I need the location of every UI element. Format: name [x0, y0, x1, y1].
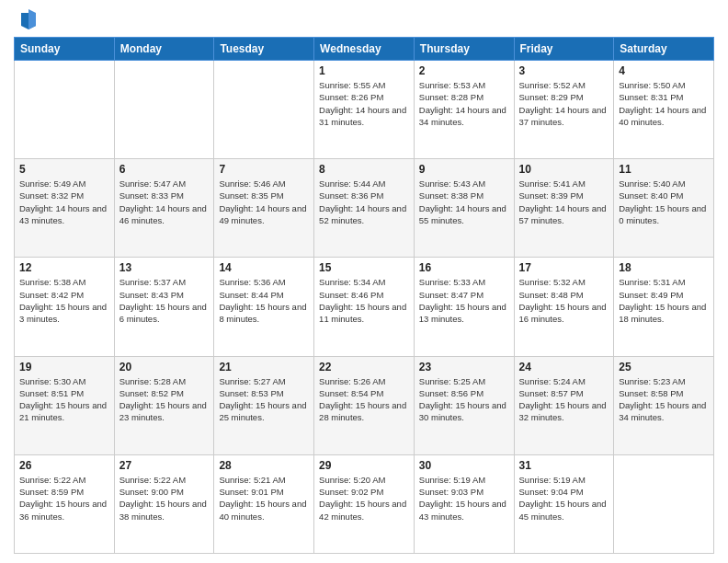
calendar-day-header: Friday	[514, 38, 614, 61]
calendar-day-cell	[614, 454, 714, 553]
calendar-day-header: Tuesday	[214, 38, 314, 61]
calendar-day-cell: 22Sunrise: 5:26 AM Sunset: 8:54 PM Dayli…	[314, 356, 415, 454]
day-info: Sunrise: 5:37 AM Sunset: 8:43 PM Dayligh…	[119, 276, 210, 325]
header	[14, 9, 714, 29]
day-info: Sunrise: 5:53 AM Sunset: 8:28 PM Dayligh…	[419, 79, 509, 128]
calendar-table: SundayMondayTuesdayWednesdayThursdayFrid…	[14, 37, 714, 554]
calendar-day-cell: 24Sunrise: 5:24 AM Sunset: 8:57 PM Dayli…	[514, 356, 614, 454]
calendar-day-cell	[114, 61, 214, 159]
calendar-day-cell: 23Sunrise: 5:25 AM Sunset: 8:56 PM Dayli…	[414, 356, 514, 454]
day-info: Sunrise: 5:40 AM Sunset: 8:40 PM Dayligh…	[619, 178, 709, 226]
day-info: Sunrise: 5:22 AM Sunset: 9:00 PM Dayligh…	[119, 474, 210, 523]
day-info: Sunrise: 5:33 AM Sunset: 8:47 PM Dayligh…	[419, 276, 509, 325]
day-info: Sunrise: 5:36 AM Sunset: 8:44 PM Dayligh…	[219, 276, 309, 325]
day-number: 7	[219, 163, 309, 176]
day-info: Sunrise: 5:44 AM Sunset: 8:36 PM Dayligh…	[319, 178, 409, 226]
day-number: 5	[19, 163, 109, 176]
calendar-day-cell: 6Sunrise: 5:47 AM Sunset: 8:33 PM Daylig…	[114, 159, 214, 258]
day-info: Sunrise: 5:22 AM Sunset: 8:59 PM Dayligh…	[19, 474, 109, 523]
day-number: 23	[419, 361, 509, 373]
calendar-day-cell: 30Sunrise: 5:19 AM Sunset: 9:03 PM Dayli…	[414, 454, 514, 553]
calendar-day-cell: 1Sunrise: 5:55 AM Sunset: 8:26 PM Daylig…	[314, 61, 415, 159]
calendar-day-cell: 17Sunrise: 5:32 AM Sunset: 8:48 PM Dayli…	[514, 258, 614, 356]
day-number: 9	[419, 163, 509, 176]
day-info: Sunrise: 5:47 AM Sunset: 8:33 PM Dayligh…	[119, 178, 210, 226]
logo-icon	[19, 9, 38, 29]
calendar-day-cell	[15, 61, 115, 159]
svg-marker-1	[28, 9, 36, 29]
day-info: Sunrise: 5:50 AM Sunset: 8:31 PM Dayligh…	[619, 79, 709, 128]
logo	[14, 9, 38, 29]
calendar-day-cell: 8Sunrise: 5:44 AM Sunset: 8:36 PM Daylig…	[314, 159, 415, 258]
calendar-day-cell: 31Sunrise: 5:19 AM Sunset: 9:04 PM Dayli…	[514, 454, 614, 553]
day-info: Sunrise: 5:19 AM Sunset: 9:04 PM Dayligh…	[519, 474, 609, 523]
day-number: 12	[19, 261, 109, 274]
day-number: 1	[319, 64, 409, 77]
calendar-week-row: 1Sunrise: 5:55 AM Sunset: 8:26 PM Daylig…	[15, 61, 714, 159]
day-info: Sunrise: 5:32 AM Sunset: 8:48 PM Dayligh…	[519, 276, 609, 325]
day-info: Sunrise: 5:46 AM Sunset: 8:35 PM Dayligh…	[219, 178, 309, 226]
day-info: Sunrise: 5:38 AM Sunset: 8:42 PM Dayligh…	[19, 276, 109, 325]
day-info: Sunrise: 5:28 AM Sunset: 8:52 PM Dayligh…	[119, 375, 210, 424]
day-number: 18	[619, 261, 709, 274]
calendar-day-cell: 12Sunrise: 5:38 AM Sunset: 8:42 PM Dayli…	[15, 258, 115, 356]
day-number: 20	[119, 361, 210, 373]
calendar-week-row: 5Sunrise: 5:49 AM Sunset: 8:32 PM Daylig…	[15, 159, 714, 258]
calendar-day-cell: 14Sunrise: 5:36 AM Sunset: 8:44 PM Dayli…	[214, 258, 314, 356]
calendar-day-header: Thursday	[414, 38, 514, 61]
calendar-day-header: Wednesday	[314, 38, 415, 61]
day-number: 17	[519, 261, 609, 274]
day-info: Sunrise: 5:25 AM Sunset: 8:56 PM Dayligh…	[419, 375, 509, 424]
day-number: 28	[219, 459, 309, 472]
day-info: Sunrise: 5:24 AM Sunset: 8:57 PM Dayligh…	[519, 375, 609, 424]
calendar-day-cell: 28Sunrise: 5:21 AM Sunset: 9:01 PM Dayli…	[214, 454, 314, 553]
calendar-day-cell: 27Sunrise: 5:22 AM Sunset: 9:00 PM Dayli…	[114, 454, 214, 553]
calendar-day-cell: 10Sunrise: 5:41 AM Sunset: 8:39 PM Dayli…	[514, 159, 614, 258]
day-info: Sunrise: 5:30 AM Sunset: 8:51 PM Dayligh…	[19, 375, 109, 424]
day-number: 26	[19, 459, 109, 472]
day-number: 2	[419, 64, 509, 77]
day-info: Sunrise: 5:55 AM Sunset: 8:26 PM Dayligh…	[319, 79, 409, 128]
calendar-header-row: SundayMondayTuesdayWednesdayThursdayFrid…	[15, 38, 714, 61]
calendar-week-row: 26Sunrise: 5:22 AM Sunset: 8:59 PM Dayli…	[15, 454, 714, 553]
calendar-day-header: Sunday	[15, 38, 115, 61]
calendar-day-cell: 11Sunrise: 5:40 AM Sunset: 8:40 PM Dayli…	[614, 159, 714, 258]
day-info: Sunrise: 5:34 AM Sunset: 8:46 PM Dayligh…	[319, 276, 409, 325]
calendar-day-cell: 5Sunrise: 5:49 AM Sunset: 8:32 PM Daylig…	[15, 159, 115, 258]
calendar-day-cell: 18Sunrise: 5:31 AM Sunset: 8:49 PM Dayli…	[614, 258, 714, 356]
calendar-day-cell: 16Sunrise: 5:33 AM Sunset: 8:47 PM Dayli…	[414, 258, 514, 356]
calendar-day-cell: 20Sunrise: 5:28 AM Sunset: 8:52 PM Dayli…	[114, 356, 214, 454]
day-number: 21	[219, 361, 309, 373]
day-number: 14	[219, 261, 309, 274]
calendar-day-cell: 29Sunrise: 5:20 AM Sunset: 9:02 PM Dayli…	[314, 454, 415, 553]
day-number: 10	[519, 163, 609, 176]
day-info: Sunrise: 5:19 AM Sunset: 9:03 PM Dayligh…	[419, 474, 509, 523]
page: SundayMondayTuesdayWednesdayThursdayFrid…	[0, 0, 728, 563]
day-number: 27	[119, 459, 210, 472]
day-info: Sunrise: 5:23 AM Sunset: 8:58 PM Dayligh…	[619, 375, 709, 424]
day-info: Sunrise: 5:52 AM Sunset: 8:29 PM Dayligh…	[519, 79, 609, 128]
day-number: 16	[419, 261, 509, 274]
calendar-day-cell: 13Sunrise: 5:37 AM Sunset: 8:43 PM Dayli…	[114, 258, 214, 356]
day-number: 19	[19, 361, 109, 373]
day-number: 22	[319, 361, 409, 373]
calendar-week-row: 12Sunrise: 5:38 AM Sunset: 8:42 PM Dayli…	[15, 258, 714, 356]
day-info: Sunrise: 5:26 AM Sunset: 8:54 PM Dayligh…	[319, 375, 409, 424]
calendar-day-cell: 25Sunrise: 5:23 AM Sunset: 8:58 PM Dayli…	[614, 356, 714, 454]
day-info: Sunrise: 5:49 AM Sunset: 8:32 PM Dayligh…	[19, 178, 109, 226]
day-number: 4	[619, 64, 709, 77]
calendar-day-cell: 26Sunrise: 5:22 AM Sunset: 8:59 PM Dayli…	[15, 454, 115, 553]
calendar-day-cell	[214, 61, 314, 159]
calendar-day-header: Saturday	[614, 38, 714, 61]
day-number: 25	[619, 361, 709, 373]
day-number: 13	[119, 261, 210, 274]
day-number: 24	[519, 361, 609, 373]
calendar-week-row: 19Sunrise: 5:30 AM Sunset: 8:51 PM Dayli…	[15, 356, 714, 454]
day-info: Sunrise: 5:43 AM Sunset: 8:38 PM Dayligh…	[419, 178, 509, 226]
calendar-day-cell: 21Sunrise: 5:27 AM Sunset: 8:53 PM Dayli…	[214, 356, 314, 454]
calendar-day-cell: 15Sunrise: 5:34 AM Sunset: 8:46 PM Dayli…	[314, 258, 415, 356]
day-number: 8	[319, 163, 409, 176]
day-info: Sunrise: 5:41 AM Sunset: 8:39 PM Dayligh…	[519, 178, 609, 226]
day-info: Sunrise: 5:20 AM Sunset: 9:02 PM Dayligh…	[319, 474, 409, 523]
day-number: 30	[419, 459, 509, 472]
